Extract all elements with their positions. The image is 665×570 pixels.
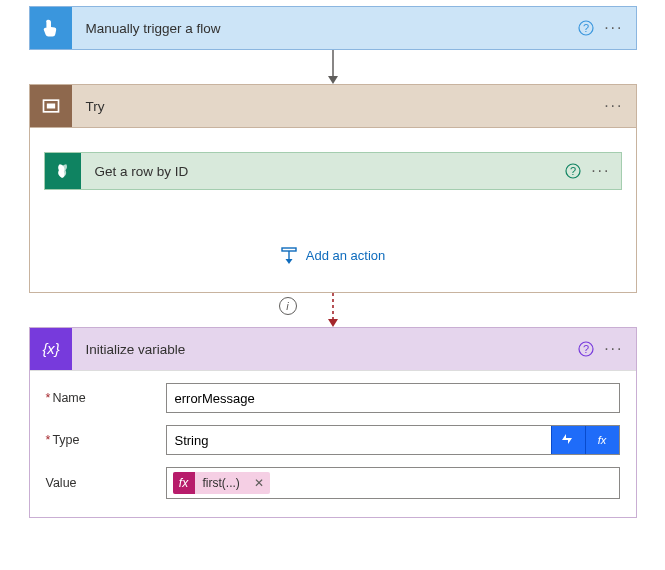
action-card-getrow[interactable]: Get a row by ID ? ··· [44, 152, 622, 190]
name-input[interactable] [167, 384, 619, 412]
remove-token-button[interactable]: ✕ [248, 476, 270, 490]
arrow-connector-runafter: i [326, 293, 340, 327]
scope-icon [30, 85, 72, 127]
menu-icon[interactable]: ··· [600, 97, 627, 115]
field-label-value: Value [46, 476, 166, 490]
svg-text:?: ? [570, 165, 576, 177]
value-input[interactable]: fx first(...) ✕ [166, 467, 620, 499]
svg-rect-5 [46, 104, 54, 109]
arrow-connector [326, 50, 340, 84]
menu-icon[interactable]: ··· [587, 162, 614, 180]
svg-rect-8 [282, 248, 296, 251]
dynamic-content-button[interactable] [551, 426, 585, 454]
action-title: Get a row by ID [81, 164, 566, 179]
dataverse-icon [45, 153, 81, 189]
menu-icon[interactable]: ··· [600, 19, 627, 37]
add-action-label: Add an action [306, 248, 386, 263]
expression-token[interactable]: fx first(...) ✕ [173, 472, 270, 494]
variable-icon: {x} [30, 328, 72, 370]
svg-marker-3 [328, 76, 338, 84]
manual-trigger-icon [30, 7, 72, 49]
field-label-type: *Type [46, 433, 166, 447]
svg-text:fx: fx [598, 434, 607, 446]
svg-marker-10 [285, 259, 292, 264]
svg-text:?: ? [583, 343, 589, 355]
help-icon[interactable]: ? [565, 163, 581, 179]
info-icon[interactable]: i [279, 297, 297, 315]
svg-text:?: ? [583, 22, 589, 34]
trigger-card[interactable]: Manually trigger a flow ? ··· [29, 6, 637, 50]
expression-button[interactable]: fx [585, 426, 619, 454]
menu-icon[interactable]: ··· [600, 340, 627, 358]
field-label-name: *Name [46, 391, 166, 405]
help-icon[interactable]: ? [578, 341, 594, 357]
expression-text: first(...) [195, 476, 248, 490]
add-action-button[interactable]: Add an action [280, 246, 386, 264]
fx-icon: fx [173, 472, 195, 494]
help-icon[interactable]: ? [578, 20, 594, 36]
action-card-initvar[interactable]: {x} Initialize variable ? ··· *Name *Typ… [29, 327, 637, 518]
type-select[interactable] [167, 426, 551, 454]
scope-card-try[interactable]: Try ··· Get a row by ID ? ··· [29, 84, 637, 293]
svg-text:{x}: {x} [42, 341, 59, 357]
action-title: Initialize variable [72, 342, 579, 357]
scope-title: Try [72, 99, 601, 114]
svg-marker-12 [328, 319, 338, 327]
trigger-title: Manually trigger a flow [72, 21, 579, 36]
